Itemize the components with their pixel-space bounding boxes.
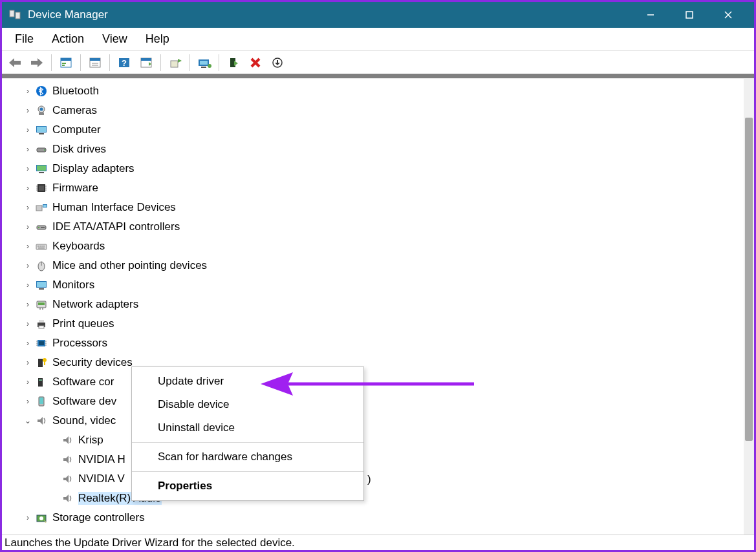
svg-rect-91 <box>39 398 43 404</box>
help-button[interactable]: ? <box>114 54 135 72</box>
device-label: Print queues <box>52 317 114 330</box>
context-menu-item[interactable]: Properties <box>132 474 363 498</box>
device-label: Monitors <box>52 279 94 292</box>
menu-action[interactable]: Action <box>43 28 93 50</box>
view-devices-button[interactable] <box>136 54 157 72</box>
minimize-button[interactable] <box>631 2 670 28</box>
device-category[interactable]: ›Software dev <box>21 392 744 411</box>
device-item[interactable]: Krisp <box>21 430 744 450</box>
device-label: Storage controllers <box>52 511 145 524</box>
expand-icon[interactable]: › <box>21 164 34 173</box>
device-category[interactable]: ›Storage controllers <box>21 508 744 527</box>
device-category[interactable]: ›Mice and other pointing devices <box>21 256 744 275</box>
device-category[interactable]: ›Keyboards <box>21 237 744 256</box>
expand-icon[interactable]: › <box>21 377 34 387</box>
status-text: Launches the Update Driver Wizard for th… <box>5 536 295 549</box>
device-category[interactable]: ›Print queues <box>21 314 744 334</box>
svg-point-98 <box>39 516 43 520</box>
svg-rect-46 <box>39 186 44 191</box>
svg-rect-43 <box>37 165 46 171</box>
expand-icon[interactable]: › <box>21 319 34 328</box>
scrollbar-thumb[interactable] <box>745 118 753 441</box>
device-category[interactable]: ›Processors <box>21 334 744 353</box>
svg-rect-85 <box>38 359 43 367</box>
older-hardware-button[interactable] <box>267 54 288 72</box>
svg-point-57 <box>38 227 39 228</box>
expand-icon[interactable]: › <box>21 397 34 406</box>
device-label: Firmware <box>52 182 98 195</box>
svg-text:?: ? <box>122 58 127 68</box>
svg-rect-89 <box>39 379 42 381</box>
svg-rect-58 <box>41 227 45 228</box>
update-driver-button[interactable] <box>165 54 186 72</box>
expand-icon[interactable]: › <box>21 145 34 154</box>
context-menu-item[interactable]: Update driver <box>132 370 363 393</box>
expand-icon[interactable]: › <box>21 358 34 367</box>
device-category[interactable]: ⌄Sound, videc <box>21 411 744 430</box>
back-button[interactable] <box>5 54 25 72</box>
menu-help[interactable]: Help <box>136 28 178 50</box>
svg-rect-71 <box>38 303 45 305</box>
expand-icon[interactable]: › <box>21 281 34 290</box>
context-menu-item[interactable]: Scan for hardware changes <box>132 445 363 469</box>
device-category[interactable]: ›IDE ATA/ATAPI controllers <box>21 217 744 237</box>
device-label: NVIDIA H <box>78 453 125 466</box>
device-category[interactable]: ›Security devices <box>21 353 744 372</box>
svg-rect-68 <box>37 282 46 287</box>
software-icon <box>34 376 49 388</box>
context-menu-item[interactable]: Uninstall device <box>132 416 363 440</box>
device-category[interactable]: ›Software cor <box>21 372 744 392</box>
device-tree[interactable]: ›Bluetooth›Cameras›Computer›Disk drives›… <box>2 79 744 535</box>
svg-rect-64 <box>38 248 45 249</box>
vertical-scrollbar[interactable] <box>744 79 754 535</box>
device-category[interactable]: ›Monitors <box>21 275 744 295</box>
expand-icon[interactable]: › <box>21 203 34 212</box>
device-item[interactable]: Realtek(R) Audio <box>21 489 744 508</box>
uninstall-device-button[interactable] <box>245 54 266 72</box>
device-label: Disk drives <box>52 143 106 156</box>
scan-hardware-button[interactable] <box>194 54 215 72</box>
device-category[interactable]: ›Computer <box>21 120 744 140</box>
expand-icon[interactable]: › <box>21 125 34 134</box>
software-dev-icon <box>34 395 49 408</box>
expand-icon[interactable]: › <box>21 513 34 522</box>
menu-view[interactable]: View <box>93 28 136 50</box>
svg-rect-9 <box>61 58 71 61</box>
expand-icon[interactable]: › <box>21 87 34 96</box>
device-category[interactable]: ›Network adapters <box>21 295 744 314</box>
device-label: Cameras <box>52 104 97 117</box>
device-label: NVIDIA V <box>78 472 125 485</box>
collapse-icon[interactable]: ⌄ <box>21 416 34 425</box>
device-item[interactable]: NVIDIA V <box>21 469 744 489</box>
firmware-icon <box>34 182 49 195</box>
device-category[interactable]: ›Bluetooth <box>21 81 744 101</box>
svg-marker-96 <box>63 494 69 502</box>
device-category[interactable]: ›Disk drives <box>21 140 744 159</box>
show-hidden-button[interactable] <box>56 54 76 72</box>
forward-button[interactable] <box>27 54 47 72</box>
expand-icon[interactable]: › <box>21 222 34 231</box>
device-category[interactable]: ›Firmware <box>21 178 744 198</box>
expand-icon[interactable]: › <box>21 300 34 309</box>
svg-point-41 <box>44 149 45 151</box>
device-category[interactable]: ›Cameras <box>21 101 744 120</box>
svg-marker-28 <box>234 61 238 66</box>
computer-icon <box>34 123 49 136</box>
enable-device-button[interactable] <box>223 54 244 72</box>
window-title: Device Manager <box>28 8 108 21</box>
maximize-button[interactable] <box>670 2 709 28</box>
expand-icon[interactable]: › <box>21 261 34 270</box>
properties-button[interactable] <box>85 54 105 72</box>
expand-icon[interactable]: › <box>21 339 34 348</box>
close-button[interactable] <box>709 2 748 28</box>
device-label: Mice and other pointing devices <box>52 259 207 272</box>
device-item[interactable]: NVIDIA H <box>21 450 744 469</box>
expand-icon[interactable]: › <box>21 184 34 193</box>
expand-icon[interactable]: › <box>21 106 34 115</box>
svg-rect-75 <box>39 320 44 323</box>
menu-file[interactable]: File <box>6 28 43 50</box>
device-category[interactable]: ›Human Interface Devices <box>21 198 744 217</box>
device-category[interactable]: ›Display adapters <box>21 159 744 178</box>
expand-icon[interactable]: › <box>21 242 34 251</box>
context-menu-item[interactable]: Disable device <box>132 393 363 416</box>
